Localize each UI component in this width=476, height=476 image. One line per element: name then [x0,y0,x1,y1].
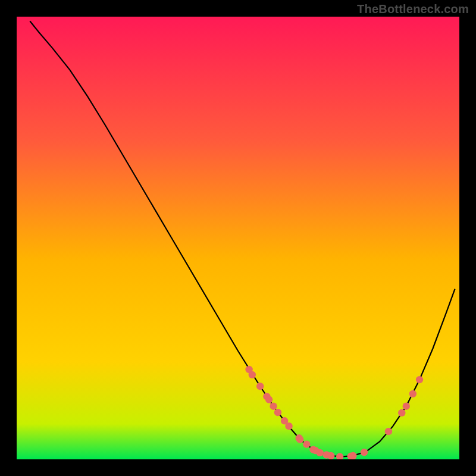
data-point [303,441,310,448]
data-point [327,452,334,459]
bottleneck-chart [17,17,459,459]
data-point [285,422,292,430]
data-point [270,403,277,410]
data-point [361,449,368,456]
data-point [409,390,416,397]
gradient-background [17,17,459,459]
data-point [349,452,356,459]
data-point [403,403,410,410]
data-point [249,371,256,378]
data-point [316,449,323,456]
data-point [385,428,392,435]
data-point [416,376,423,383]
data-point [256,383,264,390]
chart-svg [17,17,459,459]
watermark-text: TheBottleneck.com [357,2,469,16]
data-point [398,409,405,416]
data-point [265,396,273,403]
data-point [296,436,303,443]
data-point [274,409,281,416]
